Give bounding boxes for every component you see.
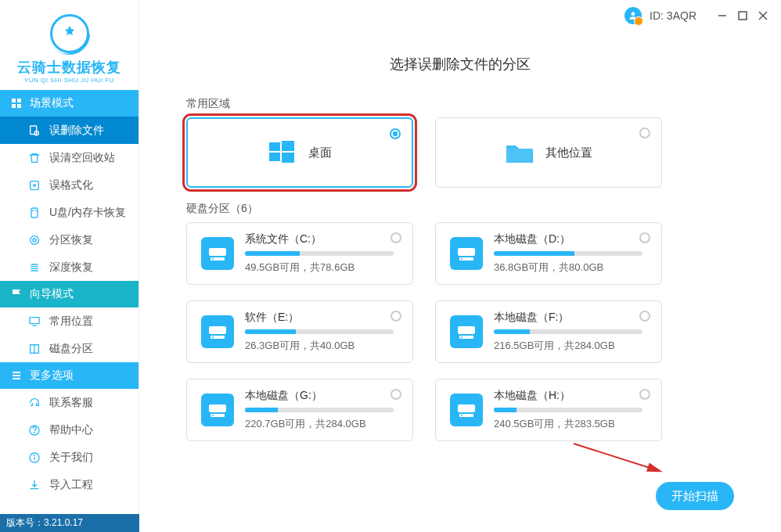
svg-rect-33 (282, 153, 294, 163)
disk-usage-bar (245, 408, 394, 412)
area-label: 桌面 (308, 146, 332, 160)
nav-item-contact[interactable]: 联系客服 (0, 389, 139, 416)
version-label: 版本号：3.21.0.17 (0, 514, 139, 532)
nav-item-disk-partition[interactable]: 磁盘分区 (0, 335, 139, 362)
svg-rect-13 (31, 208, 38, 217)
disk-stat: 240.5GB可用，共283.5GB (494, 417, 647, 431)
app-logo: 云骑士数据恢复 YUN QI SHI SHU JU HUI FU (0, 0, 139, 90)
radio-selected-icon (390, 128, 401, 139)
disk-card[interactable]: 软件（E:） 26.3GB可用，共40.0GB (186, 300, 413, 363)
radio-icon (639, 389, 650, 400)
info-icon (27, 451, 41, 465)
disk-stat: 216.5GB可用，共284.0GB (494, 339, 647, 353)
common-area-label: 常用区域 (186, 97, 734, 111)
maximize-button[interactable] (736, 9, 749, 22)
nav-item-help[interactable]: 帮助中心 (0, 416, 139, 444)
disk-usage-bar (494, 408, 642, 412)
import-icon (27, 478, 41, 492)
partition-icon (27, 342, 41, 356)
monitor-icon (27, 315, 41, 329)
disk-name: 本地磁盘（D:） (494, 232, 647, 246)
folder-icon (505, 139, 534, 166)
close-button[interactable] (757, 9, 769, 22)
radio-icon (639, 128, 650, 138)
scan-button[interactable]: 开始扫描 (656, 482, 734, 510)
file-search-icon (27, 124, 41, 138)
nav-item-partition-recovery[interactable]: 分区恢复 (0, 226, 139, 253)
avatar-icon[interactable] (624, 7, 642, 24)
svg-point-36 (212, 258, 214, 260)
svg-rect-9 (31, 126, 37, 135)
drive-icon (201, 394, 234, 426)
area-card-desktop[interactable]: 桌面 (186, 117, 413, 188)
headset-icon (27, 396, 41, 410)
nav-item-usb[interactable]: U盘/内存卡恢复 (0, 199, 139, 226)
disk-card[interactable]: 本地磁盘（H:） 240.5GB可用，共283.5GB (435, 379, 662, 441)
disk-card[interactable]: 本地磁盘（G:） 220.7GB可用，共284.0GB (186, 379, 413, 441)
svg-rect-34 (209, 248, 226, 256)
drive-icon (450, 394, 483, 426)
disk-usage-bar (494, 251, 642, 256)
nav-item-format[interactable]: 误格式化 (0, 171, 139, 199)
svg-rect-8 (17, 104, 21, 108)
titlebar: ID: 3AQR (624, 0, 781, 31)
nav-item-import[interactable]: 导入工程 (0, 471, 139, 498)
svg-rect-6 (17, 99, 21, 102)
svg-rect-37 (458, 248, 475, 256)
nav-item-about[interactable]: 关于我们 (0, 444, 139, 471)
svg-point-16 (31, 235, 39, 244)
svg-rect-5 (12, 99, 16, 102)
disk-grid: 系统文件（C:） 49.5GB可用，共78.6GB 本地磁盘（D:） 36.8G… (186, 222, 734, 441)
menu-icon (9, 368, 23, 383)
disk-format-icon (27, 178, 41, 192)
page-title: 选择误删除文件的分区 (186, 55, 734, 74)
nav-section-label: 向导模式 (30, 287, 74, 301)
svg-rect-46 (209, 404, 226, 412)
annotation-arrow-icon (570, 440, 671, 479)
main-panel: 选择误删除文件的分区 常用区域 桌面 其他位置 硬盘分区（6） 系统文件（C:） (139, 0, 781, 532)
svg-point-39 (461, 258, 462, 260)
disk-card[interactable]: 系统文件（C:） 49.5GB可用，共78.6GB (186, 222, 413, 285)
disk-name: 本地磁盘（H:） (494, 389, 647, 403)
svg-point-12 (34, 184, 36, 186)
radio-icon (390, 389, 401, 400)
disk-stat: 49.5GB可用，共78.6GB (245, 261, 398, 275)
logo-icon (50, 14, 89, 53)
nav-item-delete-recovery[interactable]: 误删除文件 (0, 117, 139, 144)
area-card-other[interactable]: 其他位置 (435, 117, 662, 188)
nav-item-common-location[interactable]: 常用位置 (0, 307, 139, 335)
svg-rect-2 (739, 12, 747, 20)
radio-icon (390, 232, 401, 243)
disk-card[interactable]: 本地磁盘（F:） 216.5GB可用，共284.0GB (435, 300, 662, 363)
svg-line-53 (574, 444, 660, 471)
grid-icon (9, 96, 23, 110)
svg-rect-49 (458, 404, 475, 412)
svg-rect-11 (31, 181, 39, 189)
account-id: ID: 3AQR (650, 9, 696, 22)
svg-point-45 (461, 336, 462, 338)
disk-name: 系统文件（C:） (245, 232, 398, 246)
drive-icon (450, 237, 483, 270)
nav-item-deep-recovery[interactable]: 深度恢复 (0, 253, 139, 281)
svg-rect-32 (269, 153, 280, 161)
nav-section-scene: 场景模式 (0, 90, 139, 117)
radio-icon (390, 311, 401, 322)
nav-section-more: 更多选项 (0, 362, 139, 389)
nav-section-wizard: 向导模式 (0, 281, 139, 307)
usb-icon (27, 206, 41, 220)
windows-icon (268, 139, 297, 166)
app-subtitle: YUN QI SHI SHU JU HUI FU (24, 77, 114, 84)
svg-point-29 (34, 455, 35, 455)
trash-icon (27, 151, 41, 165)
svg-point-26 (34, 433, 35, 433)
disk-usage-bar (245, 329, 394, 334)
disk-usage-bar (245, 251, 394, 256)
minimize-button[interactable] (716, 9, 729, 22)
disk-name: 软件（E:） (245, 311, 398, 325)
drive-icon (201, 315, 234, 348)
svg-point-17 (33, 239, 36, 242)
disk-stat: 220.7GB可用，共284.0GB (245, 417, 398, 431)
disk-card[interactable]: 本地磁盘（D:） 36.8GB可用，共80.0GB (435, 222, 662, 285)
question-icon (27, 423, 41, 437)
nav-item-recycle-bin[interactable]: 误清空回收站 (0, 144, 139, 171)
